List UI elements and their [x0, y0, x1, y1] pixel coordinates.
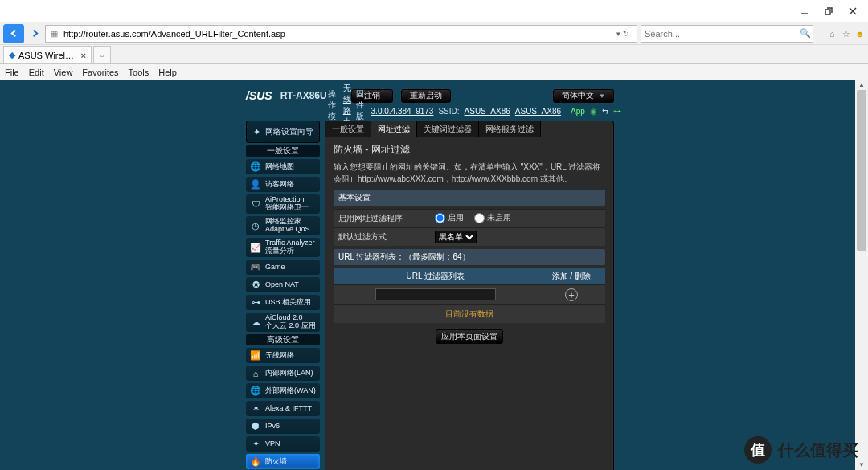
window-minimize-button[interactable] [792, 3, 817, 19]
section-basic: 基本设置 [334, 190, 605, 206]
radio-enable-yes[interactable]: 启用 [435, 212, 464, 223]
window-restore-button[interactable] [817, 3, 841, 19]
app-link[interactable]: App [571, 107, 585, 116]
sidebar-item-label: 内部网络(LAN) [265, 370, 313, 378]
tab-general[interactable]: 一般设置 [326, 121, 371, 137]
menu-edit[interactable]: Edit [29, 67, 44, 77]
window-titlebar [0, 0, 868, 22]
sidebar-item-firewall[interactable]: 🔥防火墙 [246, 454, 320, 469]
menu-tools[interactable]: Tools [129, 67, 149, 77]
sidebar-item-label: Traffic Analyzer 流量分析 [265, 239, 315, 255]
sidebar-item-vpn[interactable]: ✦VPN [246, 436, 320, 452]
sidebar-item-lan[interactable]: ⌂内部网络(LAN) [246, 366, 320, 381]
vpn-icon: ✦ [250, 439, 261, 450]
tools-icon[interactable]: ☻ [855, 29, 865, 39]
add-row-button[interactable]: ＋ [565, 288, 578, 301]
sidebar-item-label: 网络地图 [265, 163, 294, 171]
sidebar-item-label: 访客网络 [265, 181, 294, 189]
favorites-icon[interactable]: ☆ [842, 29, 852, 39]
ipv6-icon: ⬢ [250, 421, 261, 432]
menu-file[interactable]: File [5, 67, 19, 77]
nav-forward-button[interactable] [27, 24, 42, 43]
sidebar-item-usb[interactable]: ⊶USB 相关应用 [246, 295, 320, 310]
filter-mode-select[interactable]: 黑名单 [435, 231, 477, 243]
ssid1[interactable]: ASUS_AX86 [465, 107, 510, 116]
tab-keyword[interactable]: 关键词过滤器 [417, 121, 479, 137]
sidebar-item-ipv6[interactable]: ⬢IPv6 [246, 419, 320, 434]
vertical-scrollbar[interactable]: ▲ ▼ [855, 80, 868, 470]
sidebar-quick-setup[interactable]: ✦ 网络设置向导 [246, 121, 320, 143]
sidebar-item-label: USB 相关应用 [265, 299, 311, 307]
sidebar-item-wan[interactable]: 🌐外部网络(WAN) [246, 383, 320, 398]
tab-close-icon[interactable]: × [81, 51, 86, 60]
menu-favorites[interactable]: Favorites [82, 67, 118, 77]
sidebar-item-label: 防火墙 [265, 458, 287, 466]
sidebar-item-game[interactable]: 🎮Game [246, 260, 320, 275]
model-name: RT-AX86U [280, 90, 327, 101]
sidebar-item-label: Game [265, 264, 285, 272]
search-input[interactable] [641, 27, 798, 41]
sidebar-item-alexa[interactable]: ✶Alexa & IFTTT [246, 401, 320, 416]
row-mode-label: 默认过滤方式 [334, 227, 430, 246]
sidebar-item-label: AiProtection 智能网络卫士 [265, 196, 309, 212]
reboot-button[interactable]: 重新启动 [401, 89, 451, 103]
sidebar-item-qos[interactable]: ◷网络监控家 Adaptive QoS [246, 216, 320, 235]
sidebar-item-label: Alexa & IFTTT [265, 405, 312, 413]
sidebar-item-label: 网络设置向导 [265, 126, 313, 137]
scroll-up-icon[interactable]: ▲ [855, 80, 868, 90]
panel-desc: 输入您想要阻止的网址的关键词。如，在清单中输入 "XXX"，URL 过滤器将会阻… [334, 161, 605, 185]
search-icon[interactable]: 🔍 [798, 28, 813, 39]
tab-service[interactable]: 网络服务过滤 [479, 121, 541, 137]
main-panel: 一般设置 网址过滤 关键词过滤器 网络服务过滤 防火墙 - 网址过滤 输入您想要… [325, 121, 614, 470]
url-input[interactable] [375, 288, 496, 300]
home-icon[interactable]: ⌂ [829, 29, 839, 39]
wifi-icon[interactable]: ⇆ [602, 107, 608, 116]
sidebar-item-label: 外部网络(WAN) [265, 387, 316, 395]
url-actions[interactable]: ▾ ↻ [609, 30, 637, 38]
sidebar-item-opennat[interactable]: ✪Open NAT [246, 277, 320, 292]
usb-icon[interactable]: ⊶ [613, 107, 621, 116]
sidebar-item-network-map[interactable]: 🌐网络地图 [246, 159, 320, 174]
apply-button[interactable]: 应用本页面设置 [436, 329, 503, 344]
new-tab-button[interactable]: ▫ [93, 46, 111, 63]
sidebar-section-advanced: 高级设置 [246, 334, 320, 345]
watermark: 值 什么值得买 [744, 436, 858, 464]
wifi-icon: 📶 [250, 350, 261, 362]
window-close-button[interactable] [841, 3, 865, 19]
ssid-label: SSID: [438, 107, 459, 116]
voice-icon: ✶ [250, 403, 261, 415]
search-field[interactable]: 🔍 [641, 25, 813, 43]
sidebar-item-wireless[interactable]: 📶无线网络 [246, 348, 320, 363]
ssid2[interactable]: ASUS_AX86 [515, 107, 561, 116]
browser-tab[interactable]: ◆ ASUS Wireless Router RT-A... × [3, 46, 92, 63]
sidebar-item-label: Open NAT [265, 281, 299, 289]
col-url: URL 过滤器列表 [334, 268, 538, 285]
sidebar-item-traffic[interactable]: 📈Traffic Analyzer 流量分析 [246, 238, 320, 257]
url-input[interactable] [62, 27, 609, 41]
fw-value[interactable]: 3.0.0.4.384_9173 [371, 107, 434, 116]
address-bar: ▦ ▾ ↻ 🔍 ⌂ ☆ ☻ [0, 22, 868, 45]
nat-icon: ✪ [250, 280, 261, 291]
menu-help[interactable]: Help [158, 67, 177, 77]
scroll-thumb[interactable] [857, 90, 866, 251]
watermark-text: 什么值得买 [778, 439, 858, 461]
nav-back-button[interactable] [3, 24, 24, 43]
sidebar-item-label: 网络监控家 Adaptive QoS [265, 218, 316, 234]
sidebar-item-guest[interactable]: 👤访客网络 [246, 177, 320, 192]
sidebar-item-label: IPv6 [265, 423, 280, 431]
menu-view[interactable]: View [54, 67, 73, 77]
language-select[interactable]: 简体中文 ▼ [553, 89, 614, 103]
url-field[interactable]: ▦ ▾ ↻ [45, 25, 637, 43]
led-icon[interactable]: ◉ [590, 107, 597, 116]
no-data: 目前没有数据 [334, 304, 605, 323]
game-icon: 🎮 [250, 262, 261, 273]
radio-enable-no[interactable]: 未启用 [474, 212, 511, 223]
sidebar-item-aicloud[interactable]: ☁AiCloud 2.0 个人云 2.0 应用 [246, 313, 320, 332]
wan-icon: 🌐 [250, 386, 261, 397]
page-icon: ▦ [46, 28, 62, 39]
tab-urlfilter[interactable]: 网址过滤 [371, 121, 417, 137]
sidebar-item-aiprotection[interactable]: 🛡AiProtection 智能网络卫士 [246, 194, 320, 214]
row-enable-label: 启用网址过滤程序 [334, 210, 430, 228]
col-action: 添加 / 删除 [538, 268, 606, 285]
user-icon: 👤 [250, 179, 261, 190]
